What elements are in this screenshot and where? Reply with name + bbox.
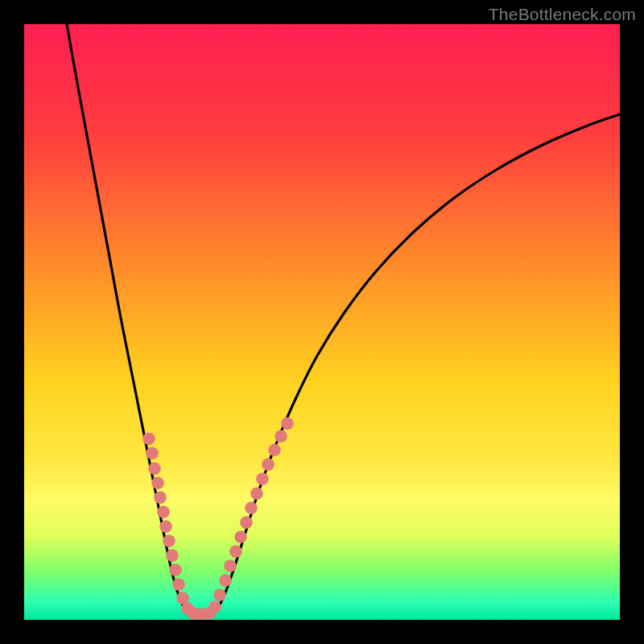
dot-20	[229, 545, 242, 558]
dot-7	[163, 535, 175, 547]
dot-8	[166, 549, 179, 562]
dot-16	[208, 601, 221, 613]
dot-10	[172, 578, 185, 591]
dot-5	[157, 506, 170, 518]
dot-22	[240, 516, 253, 529]
dot-21	[234, 530, 247, 543]
chart-container: TheBottleneck.com	[0, 0, 644, 644]
dot-19	[224, 559, 237, 572]
dot-29	[281, 417, 294, 430]
dot-23	[245, 502, 258, 514]
dot-24	[250, 487, 263, 500]
dot-4	[154, 491, 167, 504]
watermark-text: TheBottleneck.com	[489, 5, 636, 24]
dot-25	[256, 473, 269, 485]
gradient-background	[24, 24, 620, 620]
dot-28	[275, 430, 287, 443]
dot-6	[159, 520, 172, 533]
dot-1	[146, 447, 159, 460]
dot-26	[262, 458, 275, 471]
dot-3	[151, 477, 164, 489]
dot-2	[148, 462, 161, 475]
dot-27	[268, 444, 281, 456]
dot-18	[219, 574, 232, 587]
dot-0	[142, 432, 155, 445]
dot-17	[213, 588, 226, 601]
dot-9	[169, 564, 182, 576]
chart-svg	[24, 24, 620, 620]
plot-area	[24, 24, 620, 620]
